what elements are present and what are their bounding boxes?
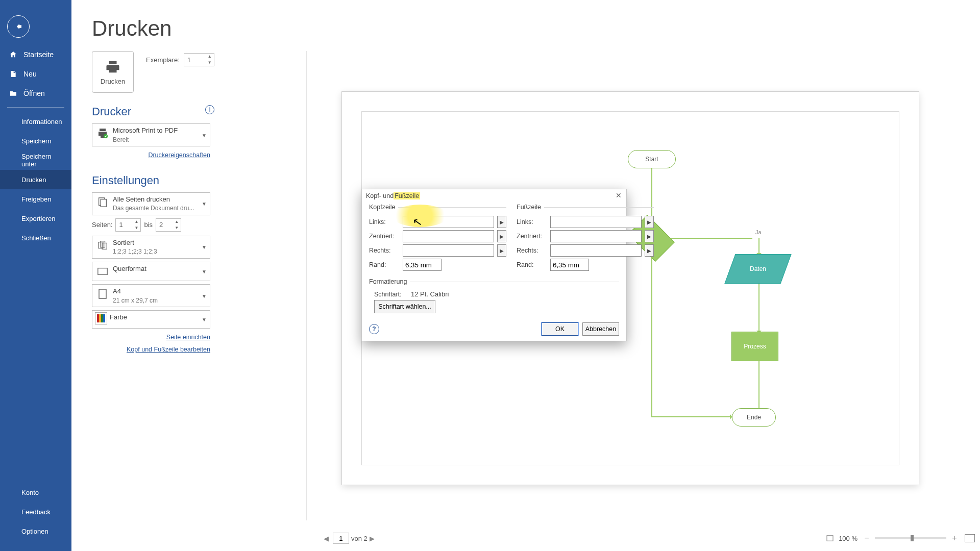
header-right-field[interactable] (403, 244, 494, 257)
cancel-button[interactable]: Abbrechen (582, 322, 619, 336)
backstage-sidebar: Startseite Neu Öffnen Informationen Spei… (0, 0, 71, 551)
page-icon (95, 287, 110, 301)
next-page-button[interactable]: ▶ (368, 535, 377, 542)
header-center-field[interactable] (403, 230, 494, 242)
collate-icon (95, 238, 110, 253)
font-value: 12 Pt. Calibri (411, 290, 449, 298)
page-to-field[interactable]: 2▲▼ (156, 218, 181, 232)
sidebar-item-saveas[interactable]: Speichern unter (0, 151, 71, 170)
flowchart-end: Ende (732, 408, 776, 427)
ok-button[interactable]: OK (542, 322, 578, 336)
svg-rect-6 (98, 268, 107, 275)
zoom-in-button[interactable]: + (949, 534, 960, 543)
flowchart-start: Start (628, 150, 676, 168)
collate-selector[interactable]: Sortiert1;2;3 1;2;3 1;2;3 ▼ (92, 236, 210, 259)
sidebar-item-print[interactable]: Drucken (0, 170, 71, 189)
sidebar-item-label: Startseite (23, 51, 54, 59)
sidebar-item-open[interactable]: Öffnen (0, 84, 71, 103)
header-center-menu[interactable]: ▶ (497, 230, 506, 242)
printer-selector[interactable]: Microsoft Print to PDFBereit ▼ (92, 123, 210, 146)
header-left-menu[interactable]: ▶ (497, 216, 506, 228)
printer-icon (104, 59, 121, 74)
paper-size-selector[interactable]: A421 cm x 29,7 cm ▼ (92, 284, 210, 307)
footer-center-menu[interactable]: ▶ (645, 230, 654, 242)
landscape-icon (95, 264, 110, 279)
sidebar-item-options[interactable]: Optionen (0, 521, 71, 541)
page-setup-link[interactable]: Seite einrichten (92, 332, 210, 344)
color-selector[interactable]: Farbe ▼ (92, 310, 210, 329)
sidebar-item-save[interactable]: Speichern (0, 131, 71, 151)
printer-properties-link[interactable]: Druckereigenschaften (92, 149, 210, 162)
printer-info-icon[interactable]: i (205, 105, 214, 114)
footer-center-field[interactable] (550, 230, 642, 242)
chevron-down-icon: ▼ (202, 269, 207, 274)
footer-right-field[interactable] (550, 244, 642, 257)
page-title: Drucken (92, 16, 980, 41)
sidebar-item-feedback[interactable]: Feedback (0, 502, 71, 521)
current-page-field[interactable] (333, 533, 349, 544)
spinner-up-icon[interactable]: ▲ (207, 55, 213, 59)
footer-left-menu[interactable]: ▶ (645, 216, 654, 228)
home-icon (9, 51, 17, 59)
zoom-slider[interactable] (875, 537, 946, 539)
copies-spinner[interactable]: 1 ▲▼ (184, 53, 214, 66)
footer-left-field[interactable] (550, 216, 642, 228)
sidebar-item-account[interactable]: Konto (0, 483, 71, 502)
sidebar-item-info[interactable]: Informationen (0, 112, 71, 131)
svg-rect-7 (99, 289, 106, 298)
page-total-label: von 2 (351, 535, 368, 542)
fit-width-icon[interactable] (825, 535, 835, 542)
print-button[interactable]: Drucken (92, 51, 134, 93)
chevron-down-icon: ▼ (202, 244, 207, 250)
footer-group-label: Fußzeile (517, 204, 544, 211)
back-button[interactable] (7, 15, 30, 38)
new-icon (9, 70, 17, 78)
header-margin-field[interactable] (403, 259, 442, 271)
sidebar-item-new[interactable]: Neu (0, 64, 71, 84)
print-range-selector[interactable]: Alle Seiten druckenDas gesamte Dokument … (92, 192, 210, 215)
zoom-level: 100 % (839, 535, 857, 542)
chevron-down-icon: ▼ (202, 293, 207, 298)
orientation-selector[interactable]: Querformat ▼ (92, 262, 210, 281)
sidebar-item-export[interactable]: Exportieren (0, 209, 71, 228)
dialog-close-button[interactable]: ✕ (614, 191, 623, 201)
dialog-help-button[interactable]: ? (369, 324, 379, 334)
footer-right-menu[interactable]: ▶ (645, 244, 654, 257)
svg-rect-2 (101, 199, 106, 207)
printer-device-icon (95, 126, 110, 140)
spinner-down-icon[interactable]: ▼ (207, 61, 213, 65)
page-from-field[interactable]: 1▲▼ (115, 218, 141, 232)
zoom-thumb[interactable] (911, 535, 914, 541)
header-footer-dialog: Kopf- und Fußzeile ✕ ↖ Kopfzeile Links:▶… (361, 189, 627, 341)
chevron-down-icon: ▼ (202, 317, 207, 322)
format-group-label: Formatierung (369, 278, 410, 285)
header-footer-link[interactable]: Kopf und Fußzeile bearbeiten (92, 344, 210, 356)
chevron-down-icon: ▼ (202, 201, 207, 207)
zoom-to-page-button[interactable] (965, 534, 975, 542)
preview-footer: ◀ von 2 ▶ 100 % − + (322, 531, 975, 546)
copies-value: 1 (187, 56, 191, 64)
pages-icon (95, 195, 110, 209)
header-group-label: Kopfzeile (369, 204, 398, 211)
print-button-label: Drucken (101, 78, 125, 85)
pages-label: Seiten: (92, 221, 112, 229)
sidebar-item-home[interactable]: Startseite (0, 45, 71, 64)
header-right-menu[interactable]: ▶ (497, 244, 506, 257)
flowchart-yes-label: Ja (755, 229, 762, 235)
settings-heading: Einstellungen (92, 174, 214, 187)
sidebar-item-share[interactable]: Freigeben (0, 189, 71, 209)
zoom-out-button[interactable]: − (862, 534, 872, 543)
sidebar-item-label: Neu (23, 70, 37, 78)
sidebar-item-close[interactable]: Schließen (0, 228, 71, 247)
svg-rect-8 (827, 536, 833, 541)
dialog-titlebar[interactable]: Kopf- und Fußzeile (362, 189, 626, 203)
vertical-divider (306, 51, 307, 520)
header-left-field[interactable] (403, 216, 494, 228)
flowchart-process: Prozess (731, 332, 778, 361)
choose-font-button[interactable]: Schriftart wählen... (374, 300, 435, 313)
printer-heading: Drucker i (92, 105, 214, 118)
footer-margin-field[interactable] (550, 259, 589, 271)
open-icon (9, 89, 17, 97)
pages-to-label: bis (144, 221, 153, 229)
prev-page-button[interactable]: ◀ (322, 535, 331, 542)
